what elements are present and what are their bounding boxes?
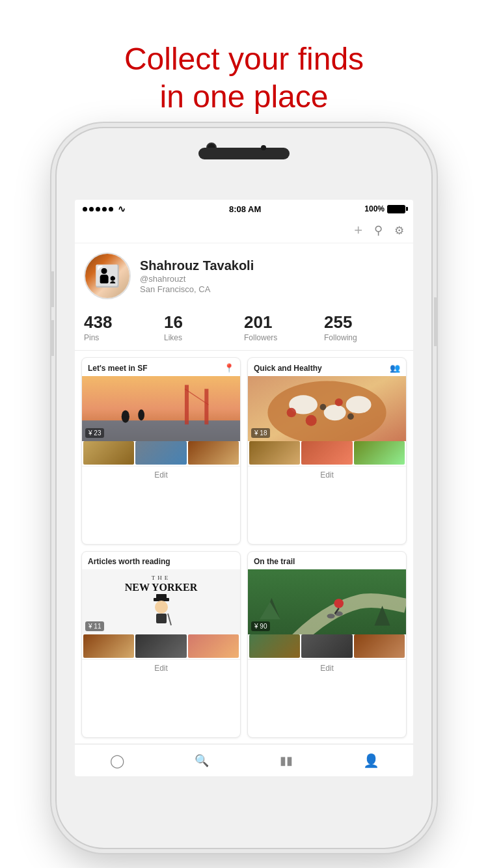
board-sf-thumb-1 (83, 441, 134, 465)
board-sf-header: Let's meet in SF 📍 (82, 358, 240, 376)
svg-line-21 (168, 614, 171, 625)
newyorker-cover: THE NEW YORKER (125, 575, 198, 593)
svg-point-19 (155, 601, 168, 614)
followers-stat[interactable]: 201 Followers (244, 312, 324, 342)
search-icon: 🔍 (195, 753, 209, 768)
board-food-thumb-3 (354, 441, 405, 465)
board-food-main-image: ¥ 18 (248, 376, 406, 441)
svg-rect-1 (82, 420, 240, 441)
board-trail-thumbs (248, 634, 406, 659)
nav-search[interactable]: 🔍 (159, 744, 244, 776)
nav-home[interactable]: ◯ (75, 744, 159, 776)
board-food[interactable]: Quick and Healthy 👥 (247, 357, 407, 545)
signal-dot-1 (83, 207, 87, 211)
pins-label: Pins (84, 333, 164, 342)
following-count: 255 (324, 312, 404, 332)
likes-stat[interactable]: 16 Likes (164, 312, 244, 342)
svg-rect-20 (156, 614, 167, 623)
svg-point-11 (346, 396, 372, 414)
board-sf-thumb-3 (188, 441, 239, 465)
pins-count: 438 (84, 312, 164, 332)
svg-point-10 (324, 405, 346, 420)
board-trail-title: On the trail (254, 557, 295, 566)
signal-dot-4 (102, 207, 107, 211)
clock: 8:08 AM (229, 204, 261, 214)
signal-dot-2 (89, 207, 94, 211)
board-trail-edit[interactable]: Edit (248, 659, 406, 677)
board-articles-title: Articles worth reading (88, 557, 170, 566)
svg-point-6 (138, 409, 144, 420)
board-trail-thumb-2 (301, 634, 352, 658)
board-articles-thumb-1 (83, 634, 134, 658)
board-sf-pin-count: ¥ 23 (85, 428, 104, 438)
messages-icon: ▮▮ (280, 753, 293, 768)
board-sf-main-image: ¥ 23 (82, 376, 240, 441)
board-sf-title: Let's meet in SF (88, 364, 148, 373)
board-articles-edit[interactable]: Edit (82, 659, 240, 677)
svg-point-15 (320, 404, 327, 411)
board-articles[interactable]: Articles worth reading THE NEW YORKER (81, 551, 241, 738)
volume-down-button (50, 320, 54, 356)
headline: Collect your finds in one place (0, 0, 488, 127)
settings-button[interactable]: ⚙ (394, 224, 404, 237)
profile-location: San Francisco, CA (140, 284, 404, 294)
nav-profile[interactable]: 👤 (329, 744, 413, 776)
profile-icon: 👤 (363, 753, 379, 768)
svg-rect-18 (156, 594, 167, 601)
board-food-title: Quick and Healthy (254, 364, 322, 373)
board-trail-main-image: ¥ 90 (248, 569, 406, 634)
sensor-dot (261, 145, 266, 150)
board-food-header: Quick and Healthy 👥 (248, 358, 406, 376)
likes-label: Likes (164, 333, 244, 342)
board-trail-thumb-1 (249, 634, 300, 658)
speaker (198, 148, 290, 159)
svg-point-12 (306, 415, 317, 426)
svg-point-5 (122, 410, 129, 422)
battery-percent: 100% (364, 204, 385, 213)
board-sf-edit[interactable]: Edit (82, 466, 240, 483)
toolbar: + ⚲ ⚙ (75, 218, 413, 243)
nav-messages[interactable]: ▮▮ (244, 744, 329, 776)
following-label: Following (324, 333, 404, 342)
status-bar: ∿ 8:08 AM 100% (75, 200, 413, 218)
board-articles-thumb-2 (135, 634, 186, 658)
avatar-image (85, 254, 129, 298)
headline-line2: in one place (0, 78, 488, 116)
home-icon: ◯ (110, 753, 124, 768)
board-trail-thumb-3 (354, 634, 405, 658)
board-sf[interactable]: Let's meet in SF 📍 (81, 357, 241, 545)
svg-point-13 (335, 398, 343, 406)
search-button[interactable]: ⚲ (374, 223, 383, 237)
avatar[interactable] (84, 252, 131, 299)
power-button (434, 297, 438, 346)
followers-label: Followers (244, 333, 324, 342)
board-food-thumb-1 (249, 441, 300, 465)
svg-point-26 (334, 599, 344, 608)
followers-count: 201 (244, 312, 324, 332)
stats-row: 438 Pins 16 Likes 201 Followers 255 Foll… (75, 306, 413, 351)
svg-rect-3 (204, 389, 208, 425)
signal-dot-3 (96, 207, 100, 211)
volume-up-button (50, 271, 54, 307)
profile-handle: @shahrouzt (140, 274, 404, 284)
boards-grid: Let's meet in SF 📍 (75, 351, 413, 744)
add-button[interactable]: + (354, 222, 362, 239)
board-sf-icon: 📍 (224, 363, 234, 373)
board-articles-thumbs (82, 634, 240, 659)
board-food-thumbs (248, 441, 406, 466)
board-food-icon: 👥 (390, 363, 400, 373)
pins-stat[interactable]: 438 Pins (84, 312, 164, 342)
profile-name: Shahrouz Tavakoli (140, 258, 404, 273)
phone-screen: ∿ 8:08 AM 100% + ⚲ ⚙ Shahrouz Tavakoli @ (75, 200, 413, 776)
svg-point-14 (287, 408, 297, 418)
board-articles-header: Articles worth reading (82, 552, 240, 569)
board-trail-pin-count: ¥ 90 (251, 621, 270, 631)
board-articles-thumb-3 (188, 634, 239, 658)
profile-info: Shahrouz Tavakoli @shahrouzt San Francis… (140, 258, 404, 294)
board-food-thumb-2 (301, 441, 352, 465)
board-trail[interactable]: On the trail (247, 551, 407, 738)
svg-point-16 (347, 413, 354, 420)
following-stat[interactable]: 255 Following (324, 312, 404, 342)
battery-area: 100% (364, 204, 405, 213)
board-food-edit[interactable]: Edit (248, 466, 406, 483)
